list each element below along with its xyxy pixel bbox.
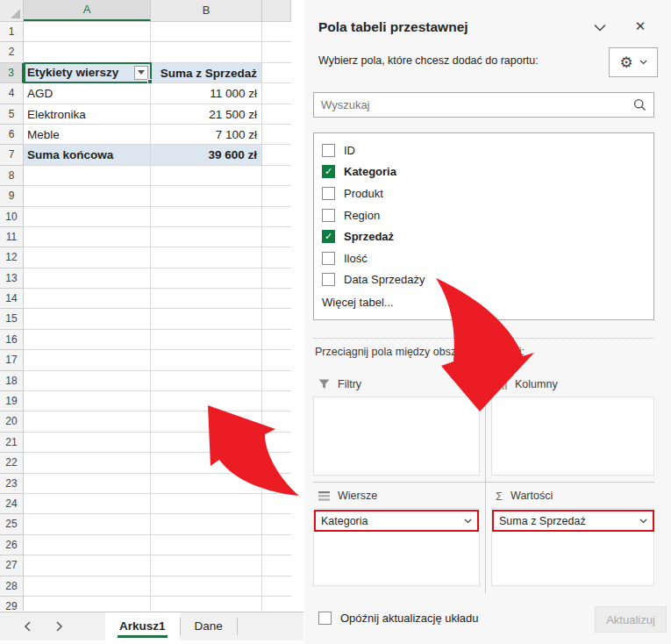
- filters-drop-area[interactable]: [313, 397, 480, 476]
- row-header-18[interactable]: 18: [0, 371, 24, 391]
- cell-A6[interactable]: Meble: [24, 125, 151, 145]
- search-icon[interactable]: [633, 98, 653, 111]
- prev-sheet-button[interactable]: [18, 617, 37, 636]
- cell-B19[interactable]: [151, 391, 262, 411]
- row-header-10[interactable]: 10: [0, 207, 24, 227]
- cell-B23[interactable]: [151, 474, 262, 494]
- cell-A10[interactable]: [24, 207, 151, 227]
- cell-C28[interactable]: [262, 576, 291, 597]
- cell-B25[interactable]: [151, 514, 262, 534]
- row-header-25[interactable]: 25: [0, 514, 24, 534]
- row-header-20[interactable]: 20: [0, 411, 24, 432]
- cell-C10[interactable]: [262, 207, 291, 227]
- cell-C21[interactable]: [262, 433, 291, 453]
- cell-C20[interactable]: [262, 411, 291, 432]
- cell-A18[interactable]: [24, 371, 151, 391]
- field-checkbox[interactable]: [322, 273, 335, 286]
- row-header-1[interactable]: 1: [0, 22, 24, 42]
- row-header-26[interactable]: 26: [0, 535, 24, 555]
- cell-B29[interactable]: [151, 597, 262, 611]
- row-header-11[interactable]: 11: [0, 227, 24, 247]
- cell-C12[interactable]: [262, 247, 291, 268]
- cell-B28[interactable]: [151, 576, 262, 597]
- cell-C25[interactable]: [262, 514, 291, 534]
- field-item-region[interactable]: Region: [322, 204, 653, 226]
- field-item-id[interactable]: ID: [322, 140, 653, 161]
- cell-A7[interactable]: Suma końcowa: [24, 145, 151, 165]
- cell-B12[interactable]: [151, 247, 262, 268]
- cell-B3[interactable]: Suma z Sprzedaż: [151, 63, 262, 83]
- field-checkbox[interactable]: ✓: [322, 165, 335, 178]
- field-item-data-sprzedaży[interactable]: Data Sprzedaży: [322, 269, 653, 291]
- row-header-14[interactable]: 14: [0, 289, 24, 309]
- cell-A14[interactable]: [24, 289, 151, 309]
- field-checkbox[interactable]: [322, 252, 335, 265]
- row-header-21[interactable]: 21: [0, 433, 24, 453]
- row-header-27[interactable]: 27: [0, 555, 24, 576]
- field-checkbox[interactable]: [322, 209, 335, 222]
- row-labels-filter-button[interactable]: [134, 66, 148, 80]
- row-header-12[interactable]: 12: [0, 247, 24, 268]
- more-tables-link[interactable]: Więcej tabel...: [322, 296, 653, 309]
- cell-C4[interactable]: [262, 83, 291, 104]
- cell-A8[interactable]: [24, 166, 151, 186]
- cell-C1[interactable]: [262, 22, 291, 42]
- cell-A27[interactable]: [24, 555, 151, 576]
- cell-A22[interactable]: [24, 453, 151, 473]
- field-item-kategoria[interactable]: ✓Kategoria: [322, 161, 653, 183]
- cell-A24[interactable]: [24, 494, 151, 514]
- column-header-b[interactable]: B: [151, 0, 262, 21]
- row-header-5[interactable]: 5: [0, 104, 24, 125]
- cell-A23[interactable]: [24, 474, 151, 494]
- cell-A28[interactable]: [24, 576, 151, 597]
- cell-A21[interactable]: [24, 433, 151, 453]
- cell-A13[interactable]: [24, 268, 151, 289]
- row-header-13[interactable]: 13: [0, 268, 24, 289]
- cell-B15[interactable]: [151, 309, 262, 329]
- cell-A26[interactable]: [24, 535, 151, 555]
- sheet-tab-dane[interactable]: Dane: [181, 612, 237, 640]
- field-checkbox[interactable]: [322, 187, 335, 200]
- pane-close-button[interactable]: ✕: [627, 16, 653, 37]
- cell-B11[interactable]: [151, 227, 262, 247]
- cell-B4[interactable]: 11 000 zł: [151, 83, 262, 104]
- cell-C2[interactable]: [262, 42, 291, 62]
- cell-C24[interactable]: [262, 494, 291, 514]
- row-header-15[interactable]: 15: [0, 309, 24, 329]
- cell-B7[interactable]: 39 600 zł: [151, 145, 262, 165]
- cell-C26[interactable]: [262, 535, 291, 555]
- cell-A4[interactable]: AGD: [24, 83, 151, 104]
- select-all-corner[interactable]: [0, 0, 24, 21]
- columns-drop-area[interactable]: [491, 397, 654, 476]
- cell-B16[interactable]: [151, 330, 262, 350]
- cell-A20[interactable]: [24, 411, 151, 432]
- cell-C29[interactable]: [262, 597, 291, 611]
- cell-B26[interactable]: [151, 535, 262, 555]
- cell-C16[interactable]: [262, 330, 291, 350]
- cell-A1[interactable]: [24, 22, 151, 42]
- cell-B20[interactable]: [151, 411, 262, 432]
- column-header-a[interactable]: A: [24, 0, 151, 21]
- cell-B13[interactable]: [151, 268, 262, 289]
- update-button[interactable]: Aktualizuj: [595, 606, 667, 633]
- row-header-2[interactable]: 2: [0, 42, 24, 62]
- row-header-24[interactable]: 24: [0, 494, 24, 514]
- cell-C19[interactable]: [262, 391, 291, 411]
- tools-button[interactable]: ⚙: [609, 47, 658, 77]
- cell-B2[interactable]: [151, 42, 262, 62]
- cell-B22[interactable]: [151, 453, 262, 473]
- cell-B17[interactable]: [151, 350, 262, 370]
- cell-A3[interactable]: Etykiety wierszy: [24, 63, 151, 83]
- row-header-23[interactable]: 23: [0, 474, 24, 494]
- cell-B1[interactable]: [151, 22, 262, 42]
- defer-layout-checkbox[interactable]: [318, 612, 332, 625]
- cell-C15[interactable]: [262, 309, 291, 329]
- cell-C5[interactable]: [262, 104, 291, 125]
- cell-C11[interactable]: [262, 227, 291, 247]
- cell-C13[interactable]: [262, 268, 291, 289]
- cell-C23[interactable]: [262, 474, 291, 494]
- cell-C9[interactable]: [262, 186, 291, 206]
- pane-collapse-button[interactable]: [587, 18, 613, 37]
- field-item-produkt[interactable]: Produkt: [322, 182, 653, 204]
- row-header-8[interactable]: 8: [0, 166, 24, 186]
